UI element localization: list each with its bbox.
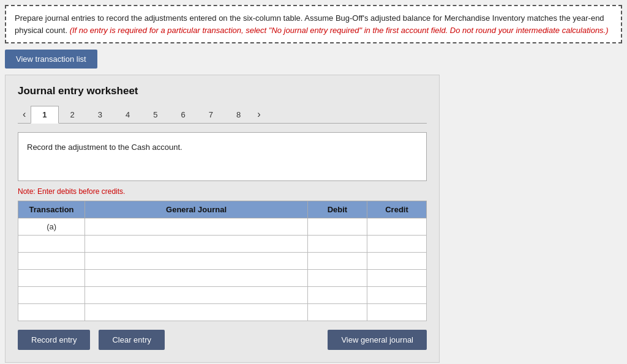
journal-input[interactable] xyxy=(88,306,305,318)
debit-input[interactable] xyxy=(310,306,364,318)
journal-cell[interactable] xyxy=(85,218,308,236)
journal-cell[interactable] xyxy=(85,270,308,287)
debit-cell[interactable] xyxy=(307,270,367,287)
tab-2[interactable]: 2 xyxy=(59,106,86,124)
credit-cell[interactable] xyxy=(367,287,426,304)
debit-input[interactable] xyxy=(310,238,364,250)
description-box: Record the adjustment to the Cash accoun… xyxy=(18,132,427,181)
transaction-cell: (a) xyxy=(18,218,85,236)
tab-1[interactable]: 1 xyxy=(31,106,58,124)
debit-cell[interactable] xyxy=(307,236,367,253)
transaction-cell xyxy=(18,236,85,253)
credit-cell[interactable] xyxy=(367,236,426,253)
tab-7[interactable]: 7 xyxy=(197,106,225,124)
transaction-cell xyxy=(18,287,85,304)
credit-input[interactable] xyxy=(370,272,424,284)
tabs-row: ‹ 1 2 3 4 5 6 7 8 › xyxy=(18,106,427,124)
debit-input[interactable] xyxy=(310,221,364,232)
debit-cell[interactable] xyxy=(307,287,367,304)
credit-input[interactable] xyxy=(370,221,424,232)
journal-input[interactable] xyxy=(88,289,305,301)
worksheet-container: Journal entry worksheet ‹ 1 2 3 4 5 6 7 … xyxy=(5,75,440,363)
col-header-transaction: Transaction xyxy=(18,201,85,218)
debit-cell[interactable] xyxy=(307,218,367,236)
journal-cell[interactable] xyxy=(85,236,308,253)
table-row xyxy=(18,304,427,321)
record-entry-button[interactable]: Record entry xyxy=(18,330,90,350)
table-row xyxy=(18,287,427,304)
journal-cell[interactable] xyxy=(85,304,308,321)
journal-input[interactable] xyxy=(88,272,305,284)
credit-cell[interactable] xyxy=(367,270,426,287)
journal-cell[interactable] xyxy=(85,287,308,304)
credit-input[interactable] xyxy=(370,238,424,250)
tab-next-arrow[interactable]: › xyxy=(252,106,265,122)
table-row xyxy=(18,253,427,270)
journal-input[interactable] xyxy=(88,255,305,267)
transaction-cell xyxy=(18,270,85,287)
instructions-box: Prepare journal entries to record the ad… xyxy=(5,5,622,43)
journal-cell[interactable] xyxy=(85,253,308,270)
col-header-credit: Credit xyxy=(367,201,426,218)
description-text: Record the adjustment to the Cash accoun… xyxy=(27,143,182,152)
credit-cell[interactable] xyxy=(367,218,426,236)
buttons-row: Record entry Clear entry View general jo… xyxy=(18,330,427,350)
debit-input[interactable] xyxy=(310,255,364,267)
view-transaction-btn-area: View transaction list xyxy=(5,50,622,69)
transaction-cell xyxy=(18,253,85,270)
debit-cell[interactable] xyxy=(307,304,367,321)
tab-4[interactable]: 4 xyxy=(114,106,141,124)
credit-input[interactable] xyxy=(370,289,424,301)
debit-input[interactable] xyxy=(310,289,364,301)
col-header-debit: Debit xyxy=(307,201,367,218)
journal-table: Transaction General Journal Debit Credit… xyxy=(18,201,427,321)
tab-5[interactable]: 5 xyxy=(141,106,169,124)
tab-3[interactable]: 3 xyxy=(86,106,114,124)
table-row: (a) xyxy=(18,218,427,236)
worksheet-title: Journal entry worksheet xyxy=(18,85,427,97)
tab-prev-arrow[interactable]: ‹ xyxy=(18,106,31,122)
credit-cell[interactable] xyxy=(367,304,426,321)
credit-input[interactable] xyxy=(370,255,424,267)
table-row xyxy=(18,236,427,253)
note-text: Note: Enter debits before credits. xyxy=(18,187,427,196)
transaction-cell xyxy=(18,304,85,321)
journal-input[interactable] xyxy=(88,221,305,232)
tab-6[interactable]: 6 xyxy=(170,106,197,124)
credit-cell[interactable] xyxy=(367,253,426,270)
view-general-journal-button[interactable]: View general journal xyxy=(328,330,427,350)
tab-8[interactable]: 8 xyxy=(225,106,252,124)
debit-cell[interactable] xyxy=(307,253,367,270)
journal-input[interactable] xyxy=(88,238,305,250)
credit-input[interactable] xyxy=(370,306,424,318)
col-header-journal: General Journal xyxy=(85,201,308,218)
view-transaction-button[interactable]: View transaction list xyxy=(5,50,97,69)
clear-entry-button[interactable]: Clear entry xyxy=(99,330,165,350)
instructions-red-text: (If no entry is required for a particula… xyxy=(70,26,609,35)
debit-input[interactable] xyxy=(310,272,364,284)
table-row xyxy=(18,270,427,287)
